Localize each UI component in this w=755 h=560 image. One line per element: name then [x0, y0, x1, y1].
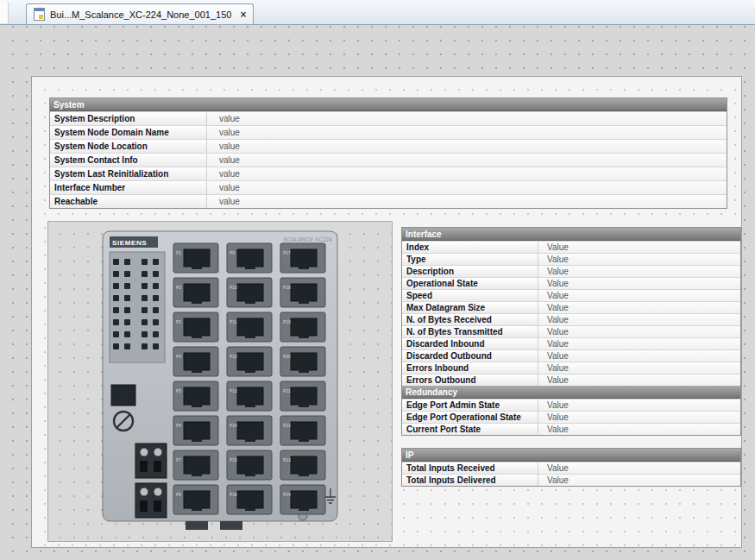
model-label: SCALANCE XC224 [283, 236, 332, 242]
row-label: Discarded Outbound [402, 350, 538, 362]
row-label: System Description [50, 112, 207, 125]
rj45-port: P16 [227, 485, 272, 514]
table-row: Errors Outbound Value [402, 374, 740, 386]
row-value: Value [538, 338, 740, 349]
table-row: Total Inputs Delivered Value [402, 474, 740, 486]
table-row: Interface Number value [50, 180, 727, 194]
row-label: Interface Number [50, 181, 207, 194]
device-foot [220, 521, 242, 530]
brand-label: SIEMENS [112, 239, 147, 247]
row-value: Value [538, 462, 740, 474]
row-value: value [207, 126, 727, 139]
tab-close-icon[interactable]: × [240, 9, 246, 20]
table-row: Max Datagram Size Value [402, 301, 740, 313]
faceplate-canvas: System System Description value System N… [31, 76, 742, 548]
row-value: Value [538, 254, 740, 265]
system-table-header: System [50, 98, 727, 111]
row-label: Operational State [402, 278, 538, 289]
table-row: Edge Port Operational State Value [402, 411, 740, 423]
row-value: value [207, 167, 727, 180]
port-label: P21 [283, 388, 291, 393]
rj45-port: P21 [280, 381, 325, 411]
table-row: Speed Value [402, 289, 740, 301]
port-label: P1 [176, 250, 181, 255]
interface-table-header: Interface [402, 228, 740, 241]
port-label: P14 [230, 423, 237, 428]
row-label: Total Inputs Received [402, 462, 538, 474]
port-label: P15 [230, 457, 237, 462]
row-label: System Last Reinitialization [50, 167, 207, 180]
row-value: value [207, 154, 727, 167]
row-label: Edge Port Operational State [402, 412, 538, 423]
rj45-port: P22 [280, 416, 325, 445]
interface-table[interactable]: Interface Index Value Type Value Descrip… [401, 227, 741, 436]
rj45-port: P3 [173, 312, 218, 342]
row-value: value [207, 140, 727, 153]
rj45-port: P15 [227, 450, 272, 480]
table-row: Current Port State Value [402, 423, 740, 435]
table-row: N. of Bytes Transmitted Value [402, 325, 740, 337]
row-label: Total Inputs Delivered [402, 475, 538, 486]
row-value: Value [538, 475, 740, 486]
rj45-port: P5 [173, 381, 218, 411]
row-value: Value [538, 266, 740, 277]
power-terminal-block [135, 483, 167, 518]
row-value: Value [538, 374, 740, 386]
rj45-port: P10 [227, 278, 272, 307]
row-label: Speed [402, 290, 538, 301]
port-label: P20 [283, 354, 291, 359]
port-label: P4 [176, 354, 181, 359]
table-row: Reachable value [50, 194, 727, 208]
row-label: N. of Bytes Received [402, 314, 538, 325]
device-panel[interactable]: SIEMENS SCALANCE XC224 [47, 221, 393, 542]
port-label: P10 [230, 285, 237, 290]
row-label: System Node Domain Name [50, 126, 207, 139]
row-value: Value [538, 400, 740, 411]
row-label: Index [402, 242, 538, 253]
console-port [111, 385, 135, 406]
table-row: Edge Port Admin State Value [402, 399, 740, 411]
rj45-port: P1 [173, 243, 218, 273]
ip-table[interactable]: IP Total Inputs Received Value Total Inp… [401, 448, 741, 487]
row-value: Value [538, 362, 740, 374]
row-value: Value [538, 278, 740, 289]
row-label: Type [402, 254, 538, 265]
port-label: P2 [176, 285, 181, 290]
port-label: P6 [176, 423, 181, 428]
system-table[interactable]: System System Description value System N… [49, 98, 727, 209]
device-foot [186, 521, 208, 530]
port-label: P24 [283, 492, 291, 497]
port-label: P22 [283, 423, 291, 428]
faceplate-icon [34, 8, 45, 21]
tab-strip-corner [0, 2, 9, 23]
row-label: N. of Bytes Transmitted [402, 326, 538, 337]
port-label: P3 [176, 319, 181, 324]
port-label: P17 [283, 250, 291, 255]
tab-title: Bui...M_Scalance_XC-224_None_001_150 [50, 9, 231, 20]
row-value: value [207, 195, 727, 208]
row-label: Errors Inbound [402, 362, 538, 374]
port-label: P5 [176, 388, 181, 393]
row-value: Value [538, 412, 740, 423]
port-label: P12 [230, 354, 237, 359]
rj45-port: P12 [227, 347, 272, 376]
rj45-port: P20 [280, 347, 325, 376]
tab-faceplate[interactable]: Bui...M_Scalance_XC-224_None_001_150 × [26, 3, 254, 24]
table-row: System Contact Info value [50, 153, 727, 167]
rj45-port: P13 [227, 381, 272, 411]
port-label: P23 [283, 457, 291, 462]
ip-table-header: IP [402, 449, 740, 462]
rj45-port: P14 [227, 416, 272, 445]
row-value: Value [538, 424, 740, 435]
rj45-port: P6 [173, 416, 218, 445]
row-value: value [207, 112, 727, 125]
row-value: Value [538, 326, 740, 337]
table-row: Type Value [402, 253, 740, 265]
row-value: value [207, 181, 727, 194]
row-value: Value [538, 302, 740, 313]
row-label: Discarded Inbound [402, 338, 538, 349]
row-label: System Node Location [50, 140, 207, 153]
row-value: Value [538, 242, 740, 253]
scalance-device-graphic: SIEMENS SCALANCE XC224 [99, 230, 341, 533]
row-value: Value [538, 350, 740, 362]
